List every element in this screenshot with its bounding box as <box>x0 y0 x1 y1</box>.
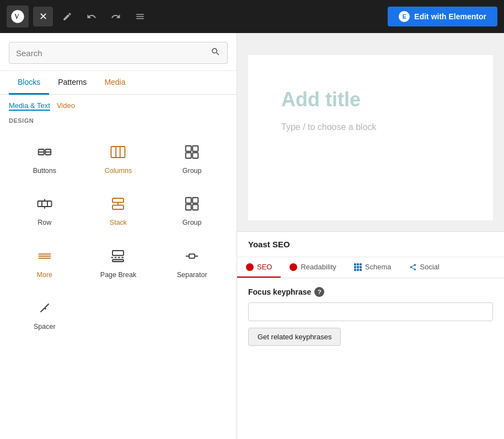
yoast-tab-seo[interactable]: SEO <box>237 257 281 278</box>
yoast-tab-social[interactable]: Social <box>400 257 448 278</box>
seo-status-icon <box>246 263 254 271</box>
row-label: Row <box>37 218 51 227</box>
svg-rect-20 <box>192 198 198 203</box>
svg-rect-26 <box>112 251 124 256</box>
yoast-content: Focus keyphrase ? Get related keyphrases <box>237 278 504 355</box>
get-related-keyphrases-button[interactable]: Get related keyphrases <box>248 328 341 346</box>
block-item-spacer[interactable]: Spacer <box>9 289 81 338</box>
columns-icon <box>108 142 128 162</box>
blocks-content: Media & Text Video DESIGN <box>0 95 237 439</box>
undo-button[interactable] <box>82 7 101 26</box>
undo-icon <box>87 12 96 21</box>
pen-icon <box>62 12 72 21</box>
block-item-columns[interactable]: Columns <box>83 133 154 182</box>
spacer-icon <box>35 298 55 318</box>
yoast-tabs: SEO Readability Schema <box>237 257 504 278</box>
row-icon <box>35 194 55 214</box>
svg-rect-17 <box>112 205 124 210</box>
search-box <box>0 33 237 71</box>
editor-area: Add title Type / to choose a block <box>237 33 504 231</box>
stack-icon <box>108 194 128 214</box>
block-item-group1[interactable]: Group <box>156 133 228 182</box>
group1-label: Group <box>183 166 202 175</box>
more-label: More <box>37 270 52 279</box>
buttons-label: Buttons <box>33 166 56 175</box>
svg-rect-21 <box>186 205 191 210</box>
svg-line-35 <box>40 308 45 312</box>
content-area: Add title Type / to choose a block Yoast… <box>237 33 504 439</box>
help-icon[interactable]: ? <box>314 287 324 297</box>
yoast-tab-readability[interactable]: Readability <box>281 257 345 278</box>
close-button[interactable]: ✕ <box>33 7 53 26</box>
block-item-separator[interactable]: Separator <box>156 237 228 286</box>
edit-with-elementor-button[interactable]: E Edit with Elementor <box>388 7 497 26</box>
schema-icon <box>354 263 362 271</box>
group1-icon <box>182 142 202 162</box>
svg-rect-22 <box>192 205 198 210</box>
group2-icon <box>182 194 202 214</box>
svg-rect-9 <box>186 153 191 158</box>
separator-icon <box>182 246 202 266</box>
editor-canvas: Add title Type / to choose a block <box>248 55 493 220</box>
block-item-row[interactable]: Row <box>9 185 81 234</box>
block-item-stack[interactable]: Stack <box>83 185 154 234</box>
svg-rect-10 <box>192 153 198 158</box>
wordpress-icon <box>10 9 25 24</box>
yoast-header: Yoast SEO <box>237 232 504 257</box>
redo-icon <box>111 12 121 21</box>
block-item-buttons[interactable]: Buttons <box>9 133 81 182</box>
spacer-label: Spacer <box>34 322 56 331</box>
buttons-icon <box>35 142 55 162</box>
tab-blocks[interactable]: Blocks <box>9 71 49 95</box>
editor-title[interactable]: Add title <box>281 88 460 111</box>
svg-rect-19 <box>186 198 191 203</box>
separator-label: Separator <box>177 270 207 279</box>
category-video[interactable]: Video <box>57 101 75 111</box>
svg-rect-16 <box>112 198 124 203</box>
focus-keyphrase-label: Focus keyphrase ? <box>248 287 493 297</box>
tab-media[interactable]: Media <box>95 71 134 95</box>
wp-logo <box>7 6 29 28</box>
tabs-row: Blocks Patterns Media <box>0 71 237 95</box>
more-icon <box>35 246 55 266</box>
blocks-grid: Buttons Columns <box>9 133 228 338</box>
search-input[interactable] <box>16 48 211 58</box>
sidebar: Blocks Patterns Media Media & Text Video… <box>0 33 237 439</box>
block-item-more[interactable]: More <box>9 237 81 286</box>
menu-button[interactable] <box>130 7 150 26</box>
svg-line-37 <box>45 303 49 308</box>
svg-rect-11 <box>37 201 51 207</box>
group2-label: Group <box>183 218 202 227</box>
svg-rect-4 <box>111 147 125 158</box>
main-layout: Blocks Patterns Media Media & Text Video… <box>0 33 504 439</box>
svg-rect-8 <box>192 146 198 151</box>
columns-label: Columns <box>105 166 132 175</box>
social-icon <box>409 263 417 271</box>
keyphrase-input[interactable] <box>248 302 493 321</box>
elementor-logo: E <box>399 11 410 22</box>
page-break-icon <box>108 246 128 266</box>
redo-button[interactable] <box>106 7 126 26</box>
pen-icon-button[interactable] <box>57 7 77 26</box>
top-toolbar: ✕ E Edit with Elementor <box>0 0 504 33</box>
category-media-text[interactable]: Media & Text <box>9 101 50 111</box>
categories-row: Media & Text Video <box>9 101 228 111</box>
svg-rect-28 <box>112 259 124 262</box>
search-icon[interactable] <box>211 47 221 59</box>
search-input-wrap <box>9 42 228 64</box>
menu-icon <box>135 12 145 21</box>
block-item-page-break[interactable]: Page Break <box>83 237 154 286</box>
yoast-panel: Yoast SEO SEO Readability <box>237 231 504 439</box>
svg-rect-7 <box>186 146 191 151</box>
tab-patterns[interactable]: Patterns <box>49 71 95 95</box>
page-break-label: Page Break <box>100 270 136 279</box>
stack-label: Stack <box>110 218 127 227</box>
readability-status-icon <box>289 263 297 271</box>
yoast-tab-schema[interactable]: Schema <box>345 257 400 278</box>
design-section-label: DESIGN <box>9 117 228 124</box>
block-item-group2[interactable]: Group <box>156 185 228 234</box>
editor-content-placeholder[interactable]: Type / to choose a block <box>281 122 460 132</box>
